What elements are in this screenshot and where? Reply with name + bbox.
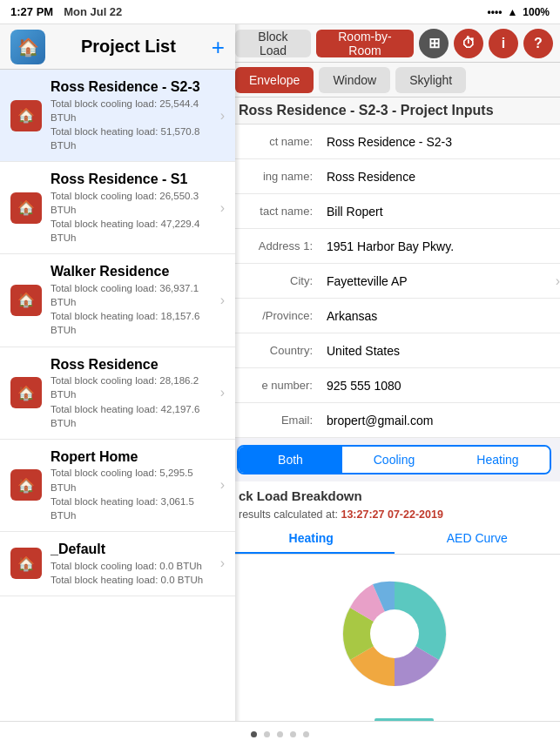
tab-window[interactable]: Window — [319, 67, 390, 93]
label-email: Email: — [228, 407, 320, 434]
project-item[interactable]: 🏠 Walker Residence Total block cooling l… — [0, 254, 235, 347]
dot-4 — [290, 731, 296, 737]
form-row-address: Address 1: — [228, 229, 560, 264]
label-building-name: ing name: — [228, 163, 320, 190]
list-chevron-icon: › — [220, 108, 225, 124]
input-country[interactable] — [320, 337, 560, 365]
project-heating: Total block heating load: 18,157.6 BTUh — [51, 309, 215, 337]
project-cooling: Total block cooling load: 25,544.4 BTUh — [51, 97, 215, 124]
calc-time: 13:27:27 07-22-2019 — [341, 508, 442, 521]
project-icon: 🏠 — [10, 377, 42, 408]
input-email[interactable] — [320, 407, 560, 434]
pie-chart-container — [228, 555, 560, 713]
tab-envelope[interactable]: Envelope — [235, 67, 314, 93]
dot-5 — [303, 731, 309, 737]
battery-indicator: 100% — [523, 6, 550, 18]
bar-chart: lass doors, skylights: 7,445.4 BTUh lls,… — [228, 713, 560, 721]
project-info: Ross Residence Total block cooling load:… — [51, 356, 215, 430]
tab-block-load[interactable]: Block Load — [235, 30, 311, 57]
wifi-icon: ▲ — [507, 6, 517, 18]
project-heating: Total block heating load: 47,229.4 BTUh — [51, 217, 215, 245]
main-panel: Block Load Room-by-Room ⊞ ⏱ i ? Envelope… — [228, 24, 560, 721]
project-info: Walker Residence Total block cooling loa… — [51, 263, 215, 337]
project-icon: 🏠 — [10, 548, 42, 579]
project-heating: Total block heating load: 3,061.5 BTUh — [51, 495, 215, 522]
app-icon: 🏠 — [10, 30, 45, 64]
input-project-name[interactable] — [320, 128, 560, 156]
status-date: Mon Jul 22 — [64, 5, 122, 18]
toolbar-icons: ⊞ ⏱ i ? — [419, 29, 553, 58]
project-item[interactable]: 🏠 Ross Residence - S2-3 Total block cool… — [0, 70, 235, 162]
project-icon: 🏠 — [10, 100, 42, 131]
project-cooling: Total block cooling load: 36,937.1 BTUh — [51, 281, 215, 309]
project-heating: Total block heating load: 0.0 BTUh — [51, 573, 215, 587]
project-info: Ross Residence - S2-3 Total block coolin… — [51, 78, 215, 152]
calc-button[interactable]: ⊞ — [419, 29, 449, 58]
info-button[interactable]: i — [489, 29, 518, 58]
seg-heating[interactable]: Heating — [446, 447, 550, 473]
bar-value: 7,445.4 BTUh — [437, 720, 499, 722]
form-row-building-name: ing name: — [228, 159, 560, 194]
bar-label: lass doors, skylights: — [235, 719, 374, 722]
project-cooling: Total block cooling load: 26,550.3 BTUh — [51, 189, 215, 217]
project-item[interactable]: 🏠 Ross Residence - S1 Total block coolin… — [0, 162, 235, 254]
project-cooling: Total block cooling load: 0.0 BTUh — [51, 559, 215, 573]
input-phone[interactable] — [320, 372, 560, 400]
sidebar-header: 🏠 Project List + — [0, 24, 235, 70]
project-item[interactable]: 🏠 Ross Residence Total block cooling loa… — [0, 347, 235, 440]
seg-both[interactable]: Both — [239, 447, 342, 473]
label-project-name: ct name: — [228, 128, 320, 155]
list-chevron-icon: › — [220, 555, 225, 571]
seg-cooling[interactable]: Cooling — [342, 447, 446, 473]
project-inputs-form: ct name: ing name: tact name: Address 1:… — [228, 124, 560, 438]
input-address[interactable] — [320, 232, 560, 260]
project-name: Ross Residence - S2-3 — [51, 78, 215, 97]
tab-heating[interactable]: Heating — [228, 524, 395, 554]
list-chevron-icon: › — [220, 200, 225, 216]
project-item[interactable]: 🏠 _Default Total block cooling load: 0.0… — [0, 532, 235, 596]
project-name: Ropert Home — [51, 448, 215, 467]
svg-point-1 — [370, 609, 419, 658]
bottom-bar — [0, 721, 560, 747]
list-chevron-icon: › — [220, 385, 225, 400]
form-row-phone: e number: — [228, 368, 560, 403]
form-row-contact: tact name: — [228, 194, 560, 229]
form-row-city[interactable]: City: Fayetteville AP › — [228, 264, 560, 299]
list-chevron-icon: › — [220, 293, 225, 308]
project-name: Ross Residence - S1 — [51, 171, 215, 189]
input-contact[interactable] — [320, 198, 560, 225]
label-phone: e number: — [228, 372, 320, 399]
tab-aed-curve[interactable]: AED Curve — [395, 524, 561, 554]
project-name: Ross Residence — [51, 356, 215, 374]
dot-3 — [277, 731, 283, 737]
project-heating: Total block heating load: 51,570.8 BTUh — [51, 124, 215, 152]
bar-wrapper: 7,445.4 BTUh — [374, 718, 553, 722]
bar-fill — [374, 718, 434, 722]
project-item[interactable]: 🏠 Ropert Home Total block cooling load: … — [0, 440, 235, 532]
form-row-country: Country: — [228, 333, 560, 368]
block-load-section: ck Load Breakdown results calculated at:… — [228, 481, 560, 721]
project-heating: Total block heating load: 42,197.6 BTUh — [51, 402, 215, 430]
bar-row: lass doors, skylights: 7,445.4 BTUh — [228, 713, 560, 721]
chevron-right-icon: › — [556, 273, 560, 289]
dot-1 — [251, 731, 257, 737]
project-icon: 🏠 — [10, 469, 42, 501]
clock-button[interactable]: ⏱ — [454, 29, 483, 58]
status-indicators: •••• ▲ 100% — [488, 6, 550, 18]
heat-tabs: Heating AED Curve — [228, 524, 560, 555]
project-cooling: Total block cooling load: 5,295.5 BTUh — [51, 466, 215, 494]
add-project-button[interactable]: + — [212, 36, 225, 58]
label-state: /Province: — [228, 302, 320, 329]
tab-skylight[interactable]: Skylight — [395, 67, 466, 93]
project-info: _Default Total block cooling load: 0.0 B… — [51, 541, 215, 587]
input-state[interactable] — [320, 302, 560, 330]
value-city: Fayetteville AP — [320, 267, 550, 295]
input-building-name[interactable] — [320, 163, 560, 191]
signal-icon: •••• — [488, 6, 503, 18]
label-address: Address 1: — [228, 232, 320, 259]
sidebar-title: Project List — [54, 37, 203, 57]
help-button[interactable]: ? — [523, 29, 553, 58]
project-name: _Default — [51, 541, 215, 559]
list-chevron-icon: › — [220, 477, 225, 493]
tab-room-by-room[interactable]: Room-by-Room — [316, 30, 414, 57]
